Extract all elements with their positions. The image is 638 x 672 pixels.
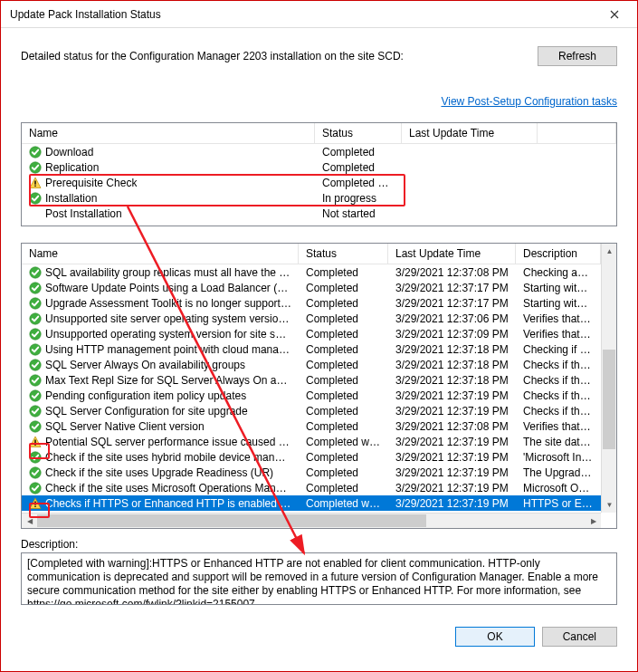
- table-row[interactable]: SQL Server Native Client versionComplete…: [22, 418, 616, 434]
- table-row[interactable]: Upgrade Assessment Toolkit is no longer …: [22, 295, 616, 311]
- table-row[interactable]: Check if the site uses Upgrade Readiness…: [22, 465, 616, 480]
- row-name: Unsupported operating system version for…: [45, 328, 291, 341]
- row-name: SQL Server Configuration for site upgrad…: [45, 405, 248, 418]
- row-time: 3/29/2021 12:37:19 PM: [388, 497, 516, 510]
- row-time: 3/29/2021 12:37:19 PM: [388, 451, 516, 464]
- check-circle-icon: [29, 451, 42, 464]
- scroll-up-icon[interactable]: ▲: [602, 244, 617, 259]
- col-status[interactable]: Status: [299, 244, 388, 264]
- row-name: Check if the site uses Microsoft Operati…: [45, 482, 291, 494]
- check-circle-icon: [29, 405, 42, 418]
- check-circle-icon: [29, 389, 42, 402]
- row-time: 3/29/2021 12:37:19 PM: [388, 436, 516, 448]
- table-row[interactable]: Max Text Repl Size for SQL Server Always…: [22, 372, 616, 388]
- vertical-scrollbar[interactable]: ▲ ▼: [601, 244, 616, 513]
- titlebar: Update Pack Installation Status: [1, 1, 637, 28]
- table-row[interactable]: Potential SQL server performance issue c…: [22, 434, 616, 449]
- row-status: Completed with ...: [299, 436, 388, 448]
- row-status: Completed: [299, 282, 388, 294]
- phases-grid[interactable]: Name Status Last Update Time DownloadCom…: [21, 122, 617, 226]
- col-time[interactable]: Last Update Time: [388, 244, 516, 264]
- row-desc: Verifies that the site: [516, 328, 601, 341]
- row-time: 3/29/2021 12:37:08 PM: [388, 266, 516, 279]
- col-status[interactable]: Status: [315, 123, 402, 143]
- row-status: Completed: [299, 420, 388, 433]
- col-name[interactable]: Name: [22, 244, 299, 264]
- post-setup-link[interactable]: View Post-Setup Configuration tasks: [441, 95, 617, 108]
- scroll-thumb[interactable]: [603, 350, 615, 449]
- table-row[interactable]: Post InstallationNot started: [22, 206, 616, 221]
- table-row[interactable]: Check if the site uses hybrid mobile dev…: [22, 449, 616, 465]
- refresh-button[interactable]: Refresh: [538, 46, 617, 66]
- check-circle-icon: [29, 328, 42, 341]
- row-time: 3/29/2021 12:37:19 PM: [388, 466, 516, 479]
- row-status: Completed: [299, 359, 388, 371]
- table-row[interactable]: Pending configuration item policy update…: [22, 388, 616, 403]
- row-time: 3/29/2021 12:37:06 PM: [388, 312, 516, 325]
- row-name: Potential SQL server performance issue c…: [45, 436, 291, 448]
- table-row[interactable]: SQL Server Always On availability groups…: [22, 357, 616, 372]
- row-desc: Verifies that the ve: [516, 420, 601, 433]
- table-row[interactable]: Unsupported operating system version for…: [22, 326, 616, 341]
- scroll-left-icon[interactable]: ◀: [22, 514, 37, 529]
- scroll-down-icon[interactable]: ▼: [602, 497, 617, 513]
- svg-rect-22: [34, 505, 35, 506]
- row-name: SQL Server Native Client version: [45, 420, 205, 433]
- row-desc: Verifies that the site: [516, 312, 601, 325]
- table-row[interactable]: Prerequisite CheckCompleted with ...: [22, 175, 616, 190]
- cancel-button[interactable]: Cancel: [542, 627, 617, 647]
- row-name: Replication: [45, 161, 99, 174]
- table-row[interactable]: ReplicationCompleted: [22, 159, 616, 175]
- row-status: Completed: [299, 312, 388, 325]
- row-status: Completed with ...: [299, 497, 388, 510]
- table-row[interactable]: SQL Server Configuration for site upgrad…: [22, 403, 616, 418]
- row-desc: Microsoft Operatio: [516, 482, 601, 494]
- svg-rect-16: [34, 439, 35, 443]
- col-name[interactable]: Name: [22, 123, 315, 143]
- col-desc[interactable]: Description: [516, 244, 601, 264]
- row-status: Completed with ...: [315, 177, 402, 189]
- col-spacer: [538, 123, 616, 143]
- window-title: Update Pack Installation Status: [10, 8, 594, 21]
- table-row[interactable]: Software Update Points using a Load Bala…: [22, 280, 616, 295]
- row-desc: Starting with versic: [516, 282, 601, 294]
- detail-text: Detailed status for the Configuration Ma…: [21, 50, 404, 62]
- row-name: Check if the site uses Upgrade Readiness…: [45, 466, 273, 479]
- description-box[interactable]: [Completed with warning]:HTTPS or Enhanc…: [21, 552, 617, 605]
- table-row[interactable]: InstallationIn progress: [22, 190, 616, 206]
- svg-rect-3: [34, 185, 35, 186]
- row-desc: 'Microsoft Intune S: [516, 451, 601, 464]
- description-label: Description:: [21, 538, 617, 551]
- check-circle-icon: [29, 374, 42, 387]
- scroll-right-icon[interactable]: ▶: [586, 514, 601, 529]
- row-time: 3/29/2021 12:37:19 PM: [388, 482, 516, 494]
- check-circle-icon: [29, 297, 42, 310]
- check-circle-icon: [29, 312, 42, 325]
- table-row[interactable]: Using HTTP management point with cloud m…: [22, 341, 616, 357]
- checks-grid[interactable]: Name Status Last Update Time Description…: [21, 243, 617, 529]
- table-row[interactable]: Check if the site uses Microsoft Operati…: [22, 480, 616, 495]
- row-name: Unsupported site server operating system…: [45, 312, 291, 325]
- table-row[interactable]: SQL availability group replicas must all…: [22, 264, 616, 280]
- row-status: Completed: [299, 405, 388, 418]
- ok-button[interactable]: OK: [455, 627, 534, 647]
- row-desc: The Upgrade Rea: [516, 466, 601, 479]
- table-row[interactable]: DownloadCompleted: [22, 144, 616, 159]
- row-time: 3/29/2021 12:37:17 PM: [388, 297, 516, 310]
- check-circle-icon: [29, 161, 42, 174]
- check-circle-icon: [29, 482, 42, 494]
- scroll-thumb[interactable]: [37, 514, 426, 527]
- horizontal-scrollbar[interactable]: ◀ ▶: [22, 513, 601, 528]
- col-time[interactable]: Last Update Time: [402, 123, 538, 143]
- row-name: SQL availability group replicas must all…: [45, 266, 291, 279]
- row-name: Checks if HTTPS or Enhanced HTTP is enab…: [45, 497, 291, 510]
- dialog-content: Detailed status for the Configuration Ma…: [1, 28, 637, 614]
- table-row[interactable]: Unsupported site server operating system…: [22, 311, 616, 326]
- table-row[interactable]: Checks if HTTPS or Enhanced HTTP is enab…: [22, 495, 616, 511]
- close-button[interactable]: [594, 1, 635, 28]
- row-name: Pending configuration item policy update…: [45, 389, 246, 402]
- warning-icon: [29, 497, 42, 510]
- row-desc: Checks if the spec: [516, 405, 601, 418]
- checks-grid-header: Name Status Last Update Time Description: [22, 244, 616, 264]
- row-desc: The site database: [516, 436, 601, 448]
